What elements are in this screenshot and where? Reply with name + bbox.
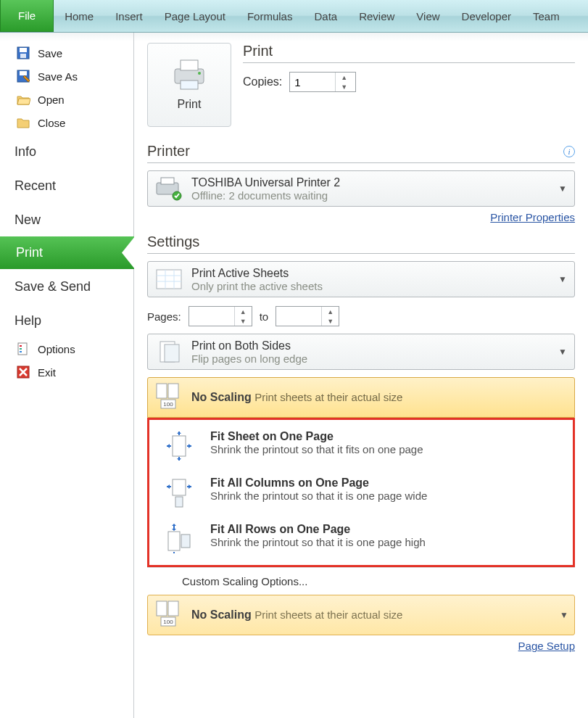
svg-rect-6 xyxy=(20,345,22,347)
nav-recent[interactable]: Recent xyxy=(0,168,133,202)
print-panel: Print Print Copies: ▲▼ Printer i xyxy=(134,33,588,718)
nav-open[interactable]: Open xyxy=(0,88,133,111)
backstage-nav: Save Save As Open Close Info Recent New … xyxy=(0,33,134,718)
option-title: Fit Sheet on One Page xyxy=(210,430,563,443)
svg-rect-17 xyxy=(157,270,181,289)
pages-from-input[interactable] xyxy=(189,309,234,324)
svg-rect-5 xyxy=(18,343,27,355)
pages-to-input[interactable] xyxy=(276,309,321,324)
tab-review[interactable]: Review xyxy=(348,0,405,32)
chevron-down-icon[interactable]: ▼ xyxy=(235,316,252,326)
tab-label: Insert xyxy=(115,10,143,22)
svg-rect-2 xyxy=(20,54,26,58)
pages-to-spinner[interactable]: ▲▼ xyxy=(276,306,339,326)
print-button[interactable]: Print xyxy=(147,43,231,127)
printer-select[interactable]: TOSHIBA Universal Printer 2 Offline: 2 d… xyxy=(147,170,575,207)
printer-header: Printer xyxy=(147,143,190,160)
nav-close[interactable]: Close xyxy=(0,111,133,134)
page-setup-link[interactable]: Page Setup xyxy=(147,640,575,652)
spinner-arrows[interactable]: ▲▼ xyxy=(321,307,339,326)
nav-label: Save xyxy=(38,47,62,59)
svg-point-13 xyxy=(198,72,201,75)
svg-rect-25 xyxy=(173,479,186,495)
print-button-label: Print xyxy=(178,98,202,111)
svg-text:100: 100 xyxy=(163,401,173,408)
nav-save[interactable]: Save xyxy=(0,41,133,65)
divider xyxy=(243,62,575,63)
tab-view[interactable]: View xyxy=(405,0,450,32)
svg-rect-30 xyxy=(168,601,178,616)
chevron-up-icon[interactable]: ▲ xyxy=(336,73,352,82)
select-sub: Only print the active sheets xyxy=(191,280,323,292)
scaling-option-fit-columns[interactable]: Fit All Columns on One Page Shrink the p… xyxy=(149,469,573,516)
nav-help[interactable]: Help xyxy=(0,303,133,337)
tab-home[interactable]: Home xyxy=(54,0,104,32)
sides-select[interactable]: Print on Both Sides Flip pages on long e… xyxy=(147,334,575,370)
scaling-select-closed[interactable]: 100 No Scaling Print sheets at their act… xyxy=(147,595,575,635)
folder-close-icon xyxy=(16,115,30,130)
tab-label: Home xyxy=(65,10,94,22)
svg-rect-4 xyxy=(20,71,27,75)
nav-print[interactable]: Print xyxy=(0,236,134,269)
tab-label: Review xyxy=(359,10,394,22)
tab-formulas[interactable]: Formulas xyxy=(236,0,304,32)
nav-label: Exit xyxy=(38,366,56,379)
print-what-select[interactable]: Print Active Sheets Only print the activ… xyxy=(147,261,575,297)
info-icon[interactable]: i xyxy=(563,146,575,157)
exit-icon xyxy=(16,365,30,379)
no-scaling-icon: 100 xyxy=(154,382,184,413)
svg-rect-15 xyxy=(161,178,174,184)
nav-label: Print xyxy=(16,245,43,260)
pages-to-label: to xyxy=(260,310,269,323)
scaling-custom-option[interactable]: Custom Scaling Options... xyxy=(147,567,575,595)
tab-label: View xyxy=(416,10,439,22)
nav-label: Close xyxy=(38,117,65,129)
scaling-dropdown: 100 No Scaling Print sheets at their act… xyxy=(147,377,575,635)
tab-insert[interactable]: Insert xyxy=(104,0,154,32)
chevron-up-icon[interactable]: ▲ xyxy=(322,307,339,316)
fit-columns-icon xyxy=(160,476,199,508)
nav-exit[interactable]: Exit xyxy=(0,360,133,384)
tab-label: Formulas xyxy=(247,10,293,22)
printer-properties-link[interactable]: Printer Properties xyxy=(147,211,575,223)
printer-name: TOSHIBA Universal Printer 2 xyxy=(191,176,340,189)
svg-rect-1 xyxy=(20,48,27,52)
tab-file[interactable]: File xyxy=(0,0,54,32)
svg-rect-29 xyxy=(157,601,167,616)
chevron-down-icon[interactable]: ▼ xyxy=(336,82,352,91)
scaling-option-fit-sheet[interactable]: Fit Sheet on One Page Shrink the printou… xyxy=(149,423,573,469)
copies-spinner[interactable]: ▲▼ xyxy=(289,72,356,92)
tab-developer[interactable]: Developer xyxy=(451,0,522,32)
nav-new[interactable]: New xyxy=(0,202,133,236)
nav-options[interactable]: Options xyxy=(0,337,133,360)
tab-label: Developer xyxy=(462,10,511,22)
pages-from-spinner[interactable]: ▲▼ xyxy=(189,306,252,326)
svg-rect-8 xyxy=(20,351,22,352)
scaling-current[interactable]: 100 No Scaling Print sheets at their act… xyxy=(147,377,575,418)
chevron-down-icon[interactable]: ▼ xyxy=(322,316,339,326)
spinner-arrows[interactable]: ▲▼ xyxy=(234,307,252,326)
chevron-down-icon: ▼ xyxy=(558,183,567,194)
scaling-option-fit-rows[interactable]: Fit All Rows on One Page Shrink the prin… xyxy=(149,516,573,562)
folder-open-icon xyxy=(16,92,30,107)
divider xyxy=(147,253,575,254)
svg-rect-12 xyxy=(181,81,198,89)
spinner-arrows[interactable]: ▲▼ xyxy=(335,73,352,91)
copies-input[interactable] xyxy=(290,75,335,90)
nav-label: Options xyxy=(38,343,75,355)
nav-label: Open xyxy=(38,94,65,106)
nav-saveas[interactable]: Save As xyxy=(0,65,133,88)
tab-team[interactable]: Team xyxy=(522,0,571,32)
select-title: Print on Both Sides xyxy=(191,339,307,352)
no-scaling-icon: 100 xyxy=(154,600,184,630)
option-title: Fit All Rows on One Page xyxy=(210,523,563,536)
nav-savesend[interactable]: Save & Send xyxy=(0,269,133,303)
chevron-down-icon: ▼ xyxy=(558,274,567,284)
sheets-icon xyxy=(154,266,184,292)
settings-header: Settings xyxy=(147,234,575,250)
tab-pagelayout[interactable]: Page Layout xyxy=(154,0,236,32)
nav-info[interactable]: Info xyxy=(0,134,133,168)
svg-rect-21 xyxy=(168,384,178,398)
chevron-up-icon[interactable]: ▲ xyxy=(235,307,252,316)
tab-data[interactable]: Data xyxy=(303,0,348,32)
